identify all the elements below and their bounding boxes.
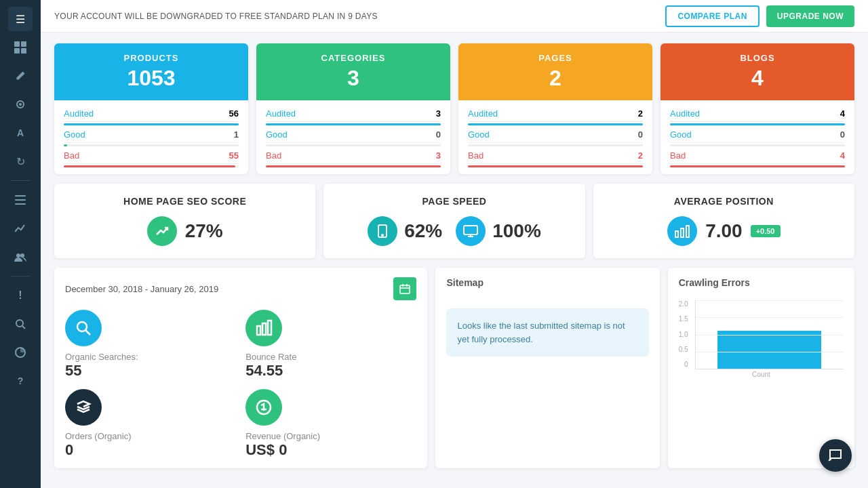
svg-point-10 <box>20 253 24 258</box>
avg-position-value-row: 7.00 +0.50 <box>667 216 780 246</box>
revenue-icon <box>245 389 282 426</box>
pages-good-bar <box>468 144 643 146</box>
compare-plan-button[interactable]: COMPARE PLAN <box>665 5 759 27</box>
divider <box>10 180 31 181</box>
pages-bad-bar <box>468 165 643 167</box>
group-icon[interactable] <box>8 245 33 269</box>
categories-good-value: 0 <box>436 129 441 140</box>
y-label-0: 0 <box>679 361 688 368</box>
pages-good-value: 0 <box>638 129 643 140</box>
grid-line <box>696 352 844 352</box>
categories-bad-value: 3 <box>436 150 441 161</box>
sitemap-card: Sitemap Looks like the last submitted si… <box>435 268 659 468</box>
categories-card: CATEGORIES 3 Audited 3 Good 0 Bad <box>256 43 450 174</box>
pages-audited-bar <box>468 123 643 125</box>
bounce-rate-value: 54.55 <box>245 362 283 380</box>
page-speed-card: PAGE SPEED 62% 100% <box>323 184 585 258</box>
home-seo-value-row: 27% <box>147 216 223 246</box>
search-nav-icon[interactable] <box>8 312 33 336</box>
home-seo-icon <box>147 216 177 246</box>
analytics-grid: Organic Searches: 55 Bounce Rate 54.55 <box>65 310 416 459</box>
products-audited-label: Audited <box>64 108 94 119</box>
products-bad-bar <box>64 165 239 167</box>
blogs-good-label: Good <box>670 129 692 140</box>
rocket-icon[interactable] <box>8 92 33 117</box>
avg-position-icon <box>667 216 697 246</box>
products-audited-bar <box>64 123 239 125</box>
grid-lines <box>696 300 844 369</box>
revenue-label: Revenue (Organic) <box>245 431 320 441</box>
divider2 <box>10 276 31 277</box>
list-icon[interactable] <box>8 188 33 212</box>
products-good-value: 1 <box>234 129 239 140</box>
pages-value: 2 <box>469 66 642 91</box>
pages-card-body: Audited 2 Good 0 Bad 2 <box>458 100 652 174</box>
svg-line-27 <box>85 330 90 335</box>
calendar-button[interactable] <box>393 277 416 300</box>
menu-icon[interactable]: ☰ <box>8 7 33 31</box>
avg-position-card: AVERAGE POSITION 7.00 +0.50 <box>593 184 854 258</box>
y-axis: 2.0 1.5 1.0 0.5 0 <box>679 300 691 369</box>
blogs-title: BLOGS <box>671 53 844 63</box>
svg-rect-30 <box>268 321 271 335</box>
products-card-header: PRODUCTS 1053 <box>54 43 248 100</box>
sitemap-title: Sitemap <box>446 277 648 288</box>
blogs-audited-value: 4 <box>840 108 845 119</box>
categories-card-body: Audited 3 Good 0 Bad 3 <box>256 100 450 174</box>
blogs-audited-row: Audited 4 <box>670 106 845 122</box>
orders-item: Orders (Organic) 0 <box>65 389 236 459</box>
font-icon[interactable]: A <box>8 121 33 145</box>
svg-rect-0 <box>14 41 20 47</box>
refresh-icon[interactable]: ↻ <box>8 149 33 174</box>
pie-nav-icon[interactable] <box>8 340 33 365</box>
analytics-header: December 30, 2018 - January 26, 2019 <box>65 277 416 300</box>
orders-value: 0 <box>65 441 73 459</box>
svg-rect-7 <box>15 199 26 201</box>
upgrade-now-button[interactable]: UPGRADE NOW <box>766 5 854 27</box>
home-seo-value: 27% <box>185 220 223 242</box>
svg-rect-6 <box>15 195 26 197</box>
avg-position-value: 7.00 <box>705 220 743 242</box>
categories-audited-label: Audited <box>266 108 296 119</box>
bottom-row: December 30, 2018 - January 26, 2019 Org… <box>54 268 854 468</box>
svg-point-15 <box>382 235 383 236</box>
products-value: 1053 <box>65 66 237 91</box>
dashboard-icon[interactable] <box>8 35 33 60</box>
svg-rect-8 <box>15 203 26 205</box>
blogs-bad-row: Bad 4 <box>670 148 845 164</box>
main-content: YOUR ACCOUNT WILL BE DOWNGRADED TO FREE … <box>41 0 868 488</box>
grid-line <box>696 300 844 301</box>
revenue-item: Revenue (Organic) US$ 0 <box>245 389 416 459</box>
chart-bars-area <box>695 300 844 369</box>
edit-icon[interactable] <box>8 64 33 88</box>
blogs-good-row: Good 0 <box>670 127 845 143</box>
linechart-icon[interactable] <box>8 216 33 241</box>
svg-rect-3 <box>21 48 26 54</box>
products-audited-row: Audited 56 <box>64 106 239 122</box>
organic-searches-item: Organic Searches: 55 <box>65 310 236 380</box>
sitemap-message: Looks like the last submitted sitemap is… <box>446 308 648 357</box>
svg-point-9 <box>16 253 20 258</box>
page-speed-value-row: 62% 100% <box>368 216 541 246</box>
categories-good-label: Good <box>266 129 288 140</box>
blogs-card-header: BLOGS 4 <box>660 43 854 100</box>
organic-searches-icon <box>65 310 102 346</box>
organic-searches-value: 55 <box>65 362 81 380</box>
avg-position-badge: +0.50 <box>751 225 781 237</box>
warning-icon[interactable]: ! <box>8 283 33 308</box>
products-bad-row: Bad 55 <box>64 148 239 164</box>
bounce-rate-icon <box>245 310 282 346</box>
grid-line <box>696 317 844 318</box>
svg-point-11 <box>16 320 23 327</box>
pages-good-label: Good <box>468 129 490 140</box>
y-label-2: 2.0 <box>679 300 688 308</box>
chat-bubble[interactable] <box>819 439 852 472</box>
date-range: December 30, 2018 - January 26, 2019 <box>65 284 218 294</box>
svg-rect-28 <box>257 326 260 335</box>
svg-rect-1 <box>21 41 26 47</box>
pages-audited-row: Audited 2 <box>468 106 643 122</box>
help-nav-icon[interactable]: ? <box>8 369 33 393</box>
pages-card: PAGES 2 Audited 2 Good 0 Bad <box>458 43 652 174</box>
categories-audited-bar <box>266 123 441 125</box>
categories-card-header: CATEGORIES 3 <box>256 43 450 100</box>
